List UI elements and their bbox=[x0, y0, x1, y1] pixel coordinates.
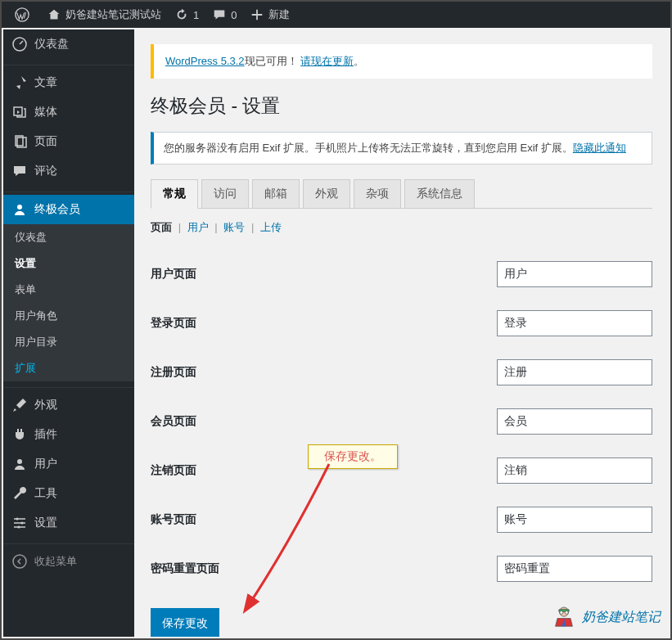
menu-ultimate-member[interactable]: 终极会员 bbox=[3, 195, 134, 224]
plus-icon bbox=[250, 7, 264, 22]
page-icon bbox=[11, 133, 28, 150]
tab-appearance[interactable]: 外观 bbox=[303, 179, 350, 208]
home-icon bbox=[47, 7, 61, 22]
subtab-uploads[interactable]: 上传 bbox=[260, 221, 282, 233]
menu-posts[interactable]: 文章 bbox=[3, 68, 134, 97]
menu-separator bbox=[3, 61, 134, 65]
exif-notice: 您的服务器没有启用 Exif 扩展。手机照片上传将无法正常旋转，直到您启用 Ex… bbox=[151, 132, 652, 165]
collapse-menu[interactable]: 收起菜单 bbox=[3, 547, 134, 576]
page-title: 终极会员 - 设置 bbox=[151, 93, 652, 119]
gauge-icon bbox=[11, 36, 28, 52]
new-content[interactable]: 新建 bbox=[243, 2, 296, 28]
menu-tools-label: 工具 bbox=[34, 486, 57, 501]
media-icon bbox=[11, 104, 28, 120]
menu-media[interactable]: 媒体 bbox=[3, 97, 134, 127]
wp-logo[interactable] bbox=[8, 2, 40, 28]
sub-user-directory[interactable]: 用户目录 bbox=[3, 329, 134, 355]
menu-comments[interactable]: 评论 bbox=[3, 156, 134, 186]
menu-users[interactable]: 用户 bbox=[3, 449, 134, 479]
svg-point-10 bbox=[13, 555, 26, 568]
admin-sidebar: 仪表盘 文章 媒体 页面 评论 终极会员 仪表盘 设置 表单 用户角色 用户目录… bbox=[3, 29, 134, 637]
subtab-account[interactable]: 账号 bbox=[223, 221, 245, 233]
menu-media-label: 媒体 bbox=[34, 105, 57, 119]
menu-settings-label: 设置 bbox=[34, 516, 57, 530]
menu-um-label: 终极会员 bbox=[34, 202, 80, 217]
watermark-text: 奶爸建站笔记 bbox=[582, 609, 661, 626]
submenu-ultimate-member: 仪表盘 设置 表单 用户角色 用户目录 扩展 bbox=[3, 224, 134, 381]
menu-appearance[interactable]: 外观 bbox=[3, 390, 134, 420]
menu-users-label: 用户 bbox=[34, 457, 57, 471]
password-reset-page-label: 密码重置页面 bbox=[151, 561, 331, 576]
register-page-label: 注册页面 bbox=[151, 365, 331, 380]
tab-general[interactable]: 常规 bbox=[151, 179, 198, 209]
sub-settings[interactable]: 设置 bbox=[3, 250, 134, 277]
logout-page-select[interactable]: 注销 bbox=[497, 457, 652, 484]
brush-icon bbox=[11, 397, 28, 413]
menu-pages-label: 页面 bbox=[34, 134, 57, 149]
menu-separator bbox=[3, 384, 134, 388]
comment-icon bbox=[11, 163, 28, 179]
updates-count: 1 bbox=[193, 9, 199, 21]
menu-tools[interactable]: 工具 bbox=[3, 479, 134, 508]
login-page-label: 登录页面 bbox=[151, 316, 331, 331]
updates-link[interactable]: 1 bbox=[168, 2, 205, 28]
menu-settings[interactable]: 设置 bbox=[3, 508, 134, 538]
plug-icon bbox=[11, 426, 28, 443]
dismiss-notice-link[interactable]: 隐藏此通知 bbox=[573, 142, 626, 154]
svg-point-14 bbox=[565, 611, 568, 614]
update-now-link[interactable]: 请现在更新 bbox=[300, 55, 354, 67]
annotation-callout: 保存更改。 bbox=[308, 444, 398, 469]
password-reset-page-select[interactable]: 密码重置 bbox=[497, 556, 652, 582]
tab-email[interactable]: 邮箱 bbox=[252, 179, 300, 208]
menu-dashboard[interactable]: 仪表盘 bbox=[3, 29, 134, 59]
subtab-pages[interactable]: 页面 bbox=[151, 221, 172, 233]
pin-icon bbox=[11, 74, 28, 91]
update-notice: WordPress 5.3.2现已可用！ 请现在更新。 bbox=[151, 44, 652, 79]
main-content: WordPress 5.3.2现已可用！ 请现在更新。 终极会员 - 设置 您的… bbox=[134, 29, 669, 637]
wp-version-link[interactable]: WordPress 5.3.2 bbox=[165, 55, 245, 67]
menu-dashboard-label: 仪表盘 bbox=[34, 37, 69, 52]
wrench-icon bbox=[11, 485, 28, 502]
refresh-icon bbox=[174, 7, 189, 22]
user-icon bbox=[11, 456, 28, 472]
watermark: 奶爸建站笔记 bbox=[551, 604, 661, 630]
comments-count: 0 bbox=[231, 9, 237, 21]
subtab-users[interactable]: 用户 bbox=[187, 221, 209, 233]
menu-comments-label: 评论 bbox=[34, 164, 57, 178]
watermark-icon bbox=[551, 604, 577, 630]
comments-link[interactable]: 0 bbox=[205, 2, 243, 28]
members-page-label: 会员页面 bbox=[151, 414, 331, 429]
settings-tabs: 常规 访问 邮箱 外观 杂项 系统信息 bbox=[151, 179, 652, 209]
menu-plugins-label: 插件 bbox=[34, 427, 57, 442]
tab-sysinfo[interactable]: 系统信息 bbox=[404, 179, 475, 208]
save-changes-button[interactable]: 保存更改 bbox=[151, 608, 219, 637]
collapse-label: 收起菜单 bbox=[34, 554, 77, 569]
account-page-label: 账号页面 bbox=[151, 512, 331, 527]
user-page-select[interactable]: 用户 bbox=[497, 261, 652, 287]
sub-forms[interactable]: 表单 bbox=[3, 277, 134, 303]
login-page-select[interactable]: 登录 bbox=[497, 310, 652, 336]
settings-form: 用户页面 用户 登录页面 登录 注册页面 注册 会员页面 会员 注销页面 注销 … bbox=[151, 250, 652, 637]
sub-dashboard[interactable]: 仪表盘 bbox=[3, 224, 134, 250]
sub-user-roles[interactable]: 用户角色 bbox=[3, 303, 134, 329]
menu-appearance-label: 外观 bbox=[34, 398, 57, 412]
comment-icon bbox=[212, 7, 227, 22]
menu-plugins[interactable]: 插件 bbox=[3, 420, 134, 449]
members-page-select[interactable]: 会员 bbox=[497, 408, 652, 435]
svg-point-8 bbox=[21, 522, 24, 525]
account-page-select[interactable]: 账号 bbox=[497, 507, 652, 533]
wordpress-icon bbox=[15, 7, 29, 22]
sub-tabs: 页面 | 用户 | 账号 | 上传 bbox=[151, 209, 652, 250]
tab-access[interactable]: 访问 bbox=[201, 179, 249, 208]
menu-pages[interactable]: 页面 bbox=[3, 127, 134, 156]
svg-point-7 bbox=[16, 518, 19, 521]
site-name-label: 奶爸建站笔记测试站 bbox=[65, 7, 161, 22]
collapse-icon bbox=[11, 553, 28, 570]
svg-point-9 bbox=[18, 526, 20, 529]
site-home[interactable]: 奶爸建站笔记测试站 bbox=[40, 2, 168, 28]
new-label: 新建 bbox=[268, 7, 290, 22]
logout-page-label: 注销页面 bbox=[151, 463, 331, 478]
tab-misc[interactable]: 杂项 bbox=[354, 179, 401, 208]
register-page-select[interactable]: 注册 bbox=[497, 359, 652, 385]
sub-extensions[interactable]: 扩展 bbox=[3, 355, 134, 381]
